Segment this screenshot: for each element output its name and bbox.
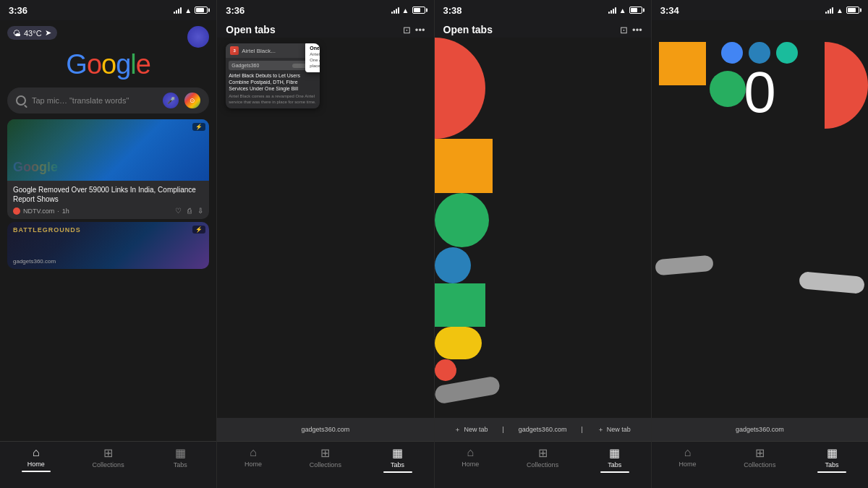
nav-tabs-label-1: Tabs (174, 461, 187, 468)
status-icons-3: ▲ (608, 7, 642, 14)
domain-2: gadgets360.com (302, 426, 350, 433)
source-name-1: NDTV.com (23, 207, 54, 215)
home-icon-1: ⌂ (33, 446, 40, 459)
nav-collections-3[interactable]: ⊞ Collections (506, 446, 579, 468)
nav-indicator-4 (817, 471, 846, 473)
battlegrounds-domain: gadgets360.com (13, 258, 56, 265)
select-tabs-icon-3[interactable]: ⊡ (620, 25, 628, 35)
new-tab-plus-3[interactable]: ＋ (454, 425, 461, 435)
news-card-1[interactable]: Google ⚡ Google Removed Over 59000 Links… (7, 119, 209, 219)
nav-tabs-1[interactable]: ▦ Tabs (145, 446, 217, 468)
select-tabs-icon-2[interactable]: ⊡ (403, 25, 411, 35)
nav-tabs-3[interactable]: ▦ Tabs (579, 446, 651, 473)
domain-3: gadgets360.com (519, 426, 567, 433)
more-icon-2[interactable]: ••• (415, 25, 425, 35)
news-body-1: Google Removed Over 59000 Links In India… (7, 181, 209, 219)
weather-icon: 🌤 (13, 29, 21, 38)
nav-collections-1[interactable]: ⊞ Collections (72, 446, 145, 468)
nav-collections-label-4: Collections (744, 461, 775, 468)
nav-tabs-4[interactable]: ▦ Tabs (796, 446, 868, 473)
status-bar-4: 3:34 ▲ (652, 0, 868, 20)
collections-icon-4: ⊞ (755, 446, 765, 460)
time-4: 3:34 (660, 5, 679, 16)
counter-shape-green (710, 71, 746, 107)
download-icon[interactable]: ⇩ (197, 207, 203, 215)
tooltip-title: One Single Bill (310, 46, 320, 51)
news-card-2[interactable]: BATTLEGROUNDS gadgets360.com ⚡ (7, 222, 209, 269)
flash-badge-1: ⚡ (192, 123, 205, 131)
counter-shape-red (825, 42, 868, 129)
tab-article-title-airtel: Airtel Black Debuts to Let Users Combine… (229, 72, 317, 92)
status-bar-3: 3:38 ▲ (435, 0, 651, 20)
new-tab-label-3: New tab (464, 426, 488, 433)
nav-indicator-1 (22, 471, 51, 472)
wifi-icon-2: ▲ (402, 7, 409, 14)
search-placeholder: Tap mic… "translate words" (32, 96, 157, 105)
nav-collections-4[interactable]: ⊞ Collections (724, 446, 796, 468)
tab-site-name-airtel: Gadgets360 (231, 63, 259, 68)
nav-home-1[interactable]: ⌂ Home (0, 446, 72, 472)
tabs-content-2: 3 Airtel Black... ✕ Gadgets360 Airtel Bl… (217, 38, 433, 418)
share-icon[interactable]: ⎙ (187, 207, 192, 215)
open-tabs-header-2: Open tabs ⊡ ••• (217, 20, 433, 38)
weather-temp: 43°C (24, 29, 42, 38)
lens-button[interactable]: ⊙ (184, 93, 200, 108)
heart-icon[interactable]: ♡ (175, 207, 182, 215)
new-tab-plus-3b[interactable]: ＋ (597, 425, 604, 435)
collections-icon-2: ⊞ (320, 446, 330, 460)
circle-teal (776, 42, 798, 64)
nav-home-2[interactable]: ⌂ Home (217, 446, 289, 468)
more-icon-3[interactable]: ••• (632, 25, 642, 35)
tab-card-airtel[interactable]: 3 Airtel Black... ✕ Gadgets360 Airtel Bl… (226, 43, 320, 108)
nav-collections-2[interactable]: ⊞ Collections (289, 446, 362, 468)
collections-icon-1: ⊞ (103, 446, 113, 460)
time-2: 3:36 (226, 5, 244, 16)
shape-blue-circle (435, 247, 471, 283)
tooltip-popup: One Single Bill Airtel Black comes as a … (305, 43, 320, 72)
weather-badge: 🌤 43°C ➤ (7, 26, 57, 40)
news-dot: · (57, 207, 59, 215)
domain-strip-2: gadgets360.com (217, 418, 433, 441)
nav-tabs-2[interactable]: ▦ Tabs (362, 446, 434, 473)
battery-icon-4 (846, 7, 859, 14)
nav-tabs-label-4: Tabs (825, 461, 839, 468)
tabs-icon-2: ▦ (392, 446, 403, 460)
signal-icon-4 (825, 7, 833, 14)
nav-home-3[interactable]: ⌂ Home (435, 446, 507, 468)
home-icon-3: ⌂ (467, 446, 475, 459)
tooltip-text: Airtel Black comes as a revamped One Air… (310, 52, 320, 69)
nav-tabs-label-2: Tabs (391, 461, 404, 468)
panel-home: 3:36 ▲ 🌤 43°C ➤ Google (0, 0, 217, 488)
status-icons-1: ▲ (174, 7, 208, 14)
open-tabs-title-2: Open tabs (226, 24, 275, 35)
search-bar[interactable]: Tap mic… "translate words" 🎤 ⊙ (7, 87, 209, 114)
collections-icon-3: ⊞ (538, 446, 548, 460)
shape-red-half (435, 38, 485, 139)
ot-actions-2: ⊡ ••• (403, 25, 425, 35)
mic-bubble[interactable] (187, 26, 209, 48)
battery-icon-3 (629, 7, 642, 14)
bottom-nav-3: ⌂ Home ⊞ Collections ▦ Tabs (435, 441, 651, 488)
news-source-1: NDTV.com · 1h (13, 207, 69, 215)
nav-collections-label-1: Collections (93, 461, 124, 468)
mic-button[interactable]: 🎤 (163, 93, 179, 108)
open-tabs-header-3: Open tabs ⊡ ••• (435, 20, 651, 38)
nav-home-4[interactable]: ⌂ Home (652, 446, 724, 468)
counter-shape-gray1 (655, 255, 714, 276)
shape-green-square (435, 283, 485, 327)
domain-strip-3: ＋ New tab | gadgets360.com | ＋ New tab (435, 418, 651, 441)
home-content: 🌤 43°C ➤ Google Tap mic… "translate word… (0, 20, 216, 441)
google-logo-area: Google (0, 49, 216, 80)
nav-tabs-label-3: Tabs (608, 461, 621, 468)
domain-4: gadgets360.com (736, 426, 784, 433)
nav-indicator-2 (383, 471, 412, 473)
panel-open-tabs-airtel: 3:36 ▲ Open tabs ⊡ ••• 3 Airtel Black...… (217, 0, 434, 488)
status-icons-4: ▲ (825, 7, 859, 14)
wifi-icon-4: ▲ (836, 7, 843, 14)
tabs-icon-1: ▦ (175, 446, 186, 460)
nav-collections-label-3: Collections (527, 461, 558, 468)
shape-red-small (435, 359, 456, 381)
open-tabs-title-3: Open tabs (443, 24, 493, 35)
tab-article-excerpt-airtel: Airtel Black comes as a revamped One Air… (229, 94, 317, 106)
signal-icon-2 (391, 7, 399, 14)
